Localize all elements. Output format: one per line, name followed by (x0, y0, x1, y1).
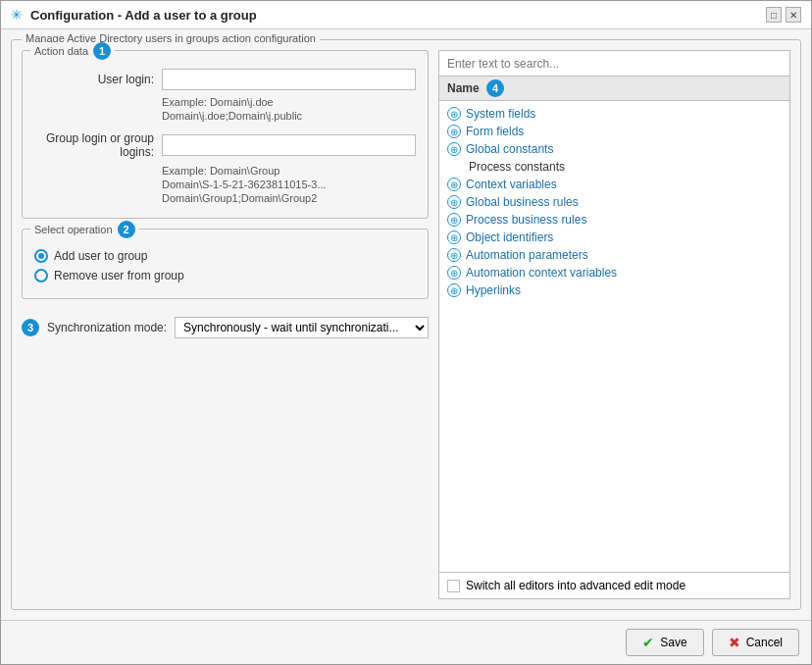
group-example-val1: Domain\Group (210, 165, 280, 177)
tree-item-label-form-fields: Form fields (466, 125, 524, 138)
sync-row: 3 Synchronization mode: Synchronously - … (22, 309, 429, 346)
expand-icon-hyperlinks: ⊕ (447, 283, 461, 297)
right-footer: Switch all editors into advanced edit mo… (439, 572, 789, 598)
tree-item-label-hyperlinks: Hyperlinks (466, 283, 521, 297)
action-data-fieldset: Action data 1 User login: Example: (22, 50, 429, 219)
outer-group: Manage Active Directory users in groups … (11, 39, 801, 610)
radio-remove-label: Remove user from group (54, 269, 184, 282)
footer-bar: ✔ Save ✖ Cancel (1, 620, 811, 664)
sync-badge: 3 (22, 319, 39, 336)
expand-icon-automation-context-variables: ⊕ (447, 266, 461, 280)
group-login-example2: Domain\S-1-5-21-3623811015-3... (162, 179, 416, 190)
radio-row-remove[interactable]: Remove user from group (34, 269, 416, 282)
group-login-example3: Domain\Group1;Domain\Group2 (162, 192, 416, 204)
radio-row-add[interactable]: Add user to group (34, 249, 416, 263)
tree-item-automation-context-variables[interactable]: ⊕ Automation context variables (439, 264, 789, 281)
user-login-input[interactable] (162, 69, 416, 90)
save-label: Save (660, 636, 686, 649)
user-login-example1: Example: Domain\j.doe (162, 96, 416, 108)
action-data-legend-text: Action data (34, 45, 88, 57)
expand-icon-system-fields: ⊕ (447, 107, 461, 121)
main-content: Action data 1 User login: Example: (12, 40, 800, 609)
cancel-icon: ✖ (729, 635, 740, 650)
action-data-legend: Action data 1 (30, 42, 115, 60)
expand-icon-context-variables: ⊕ (447, 178, 461, 191)
minimize-button[interactable]: □ (766, 7, 782, 23)
expand-icon-automation-parameters: ⊕ (447, 248, 461, 262)
group-example-val2: Domain\S-1-5-21-3623811015-3... (162, 179, 327, 190)
tree-item-label-process-constants: Process constants (469, 160, 565, 174)
cancel-button[interactable]: ✖ Cancel (712, 629, 799, 656)
left-panel: Action data 1 User login: Example: (22, 50, 429, 599)
example-label1: Example: (162, 96, 207, 108)
select-operation-legend-text: Select operation (34, 224, 113, 235)
expand-icon-object-identifiers: ⊕ (447, 230, 461, 244)
group-login-row: Group login or group logins: (34, 131, 416, 159)
user-login-label: User login: (34, 73, 162, 86)
radio-group: Add user to group Remove user from group (34, 245, 416, 282)
example-val2: Domain\j.doe;Domain\j.public (162, 110, 302, 122)
expand-icon-global-business-rules: ⊕ (447, 195, 461, 209)
radio-add-label: Add user to group (54, 249, 147, 263)
tree-item-label-global-business-rules: Global business rules (466, 195, 579, 209)
tree-item-label-automation-parameters: Automation parameters (466, 248, 588, 262)
select-operation-fieldset: Select operation 2 Add user to group Rem… (22, 229, 429, 299)
save-icon: ✔ (642, 635, 654, 650)
title-bar: ✳ Configuration - Add a user to a group … (1, 1, 811, 29)
action-data-badge: 1 (93, 42, 111, 60)
advanced-edit-checkbox[interactable] (447, 580, 460, 592)
tree-item-label-global-constants: Global constants (466, 142, 553, 156)
tree-item-global-constants[interactable]: ⊕ Global constants (439, 140, 789, 158)
sync-label: Synchronization mode: (47, 321, 167, 334)
group-example-val3: Domain\Group1;Domain\Group2 (162, 192, 317, 204)
save-button[interactable]: ✔ Save (626, 629, 703, 656)
tree-item-label-automation-context-variables: Automation context variables (466, 266, 617, 280)
user-login-example2: Domain\j.doe;Domain\j.public (162, 110, 416, 122)
tree-item-label-context-variables: Context variables (466, 178, 557, 191)
cancel-label: Cancel (746, 636, 783, 649)
tree-item-global-business-rules[interactable]: ⊕ Global business rules (439, 193, 789, 211)
example-val1: Domain\j.doe (210, 96, 274, 108)
advanced-edit-label: Switch all editors into advanced edit mo… (466, 579, 685, 592)
tree-item-label-process-business-rules: Process business rules (466, 213, 586, 227)
tree-header-name: Name (447, 81, 480, 95)
tree-item-form-fields[interactable]: ⊕ Form fields (439, 123, 789, 140)
tree-body[interactable]: ⊕ System fields ⊕ Form fields ⊕ Global c… (439, 101, 789, 572)
select-operation-badge: 2 (118, 221, 135, 238)
select-operation-legend: Select operation 2 (30, 221, 139, 238)
tree-item-label-system-fields: System fields (466, 107, 535, 121)
main-window: ✳ Configuration - Add a user to a group … (0, 0, 812, 665)
tree-item-process-business-rules[interactable]: ⊕ Process business rules (439, 211, 789, 229)
sync-select[interactable]: Synchronously - wait until synchronizati… (175, 317, 429, 338)
tree-header-badge: 4 (486, 79, 504, 97)
tree-item-hyperlinks[interactable]: ⊕ Hyperlinks (439, 281, 789, 299)
right-panel: Name 4 ⊕ System fields ⊕ Form fields (438, 50, 790, 599)
app-icon: ✳ (11, 7, 23, 23)
title-bar-left: ✳ Configuration - Add a user to a group (11, 7, 257, 23)
window-title: Configuration - Add a user to a group (30, 8, 257, 23)
tree-item-system-fields[interactable]: ⊕ System fields (439, 105, 789, 123)
expand-icon-form-fields: ⊕ (447, 125, 461, 138)
group-login-input[interactable] (162, 134, 416, 156)
group-example-label: Example: (162, 165, 207, 177)
tree-header: Name 4 (439, 77, 789, 101)
expand-icon-global-constants: ⊕ (447, 142, 461, 156)
tree-item-label-object-identifiers: Object identifiers (466, 230, 553, 244)
radio-remove[interactable] (34, 269, 48, 282)
tree-item-object-identifiers[interactable]: ⊕ Object identifiers (439, 229, 789, 246)
expand-icon-process-business-rules: ⊕ (447, 213, 461, 227)
search-input[interactable] (439, 51, 789, 77)
tree-item-context-variables[interactable]: ⊕ Context variables (439, 176, 789, 193)
radio-add[interactable] (34, 249, 48, 263)
tree-item-process-constants[interactable]: Process constants (439, 158, 789, 176)
user-login-row: User login: (34, 69, 416, 90)
window-body: Manage Active Directory users in groups … (1, 29, 811, 620)
title-controls: □ ✕ (766, 7, 801, 23)
close-button[interactable]: ✕ (786, 7, 801, 23)
group-login-example1: Example: Domain\Group (162, 165, 416, 177)
tree-item-automation-parameters[interactable]: ⊕ Automation parameters (439, 246, 789, 264)
group-login-label: Group login or group logins: (34, 131, 162, 159)
